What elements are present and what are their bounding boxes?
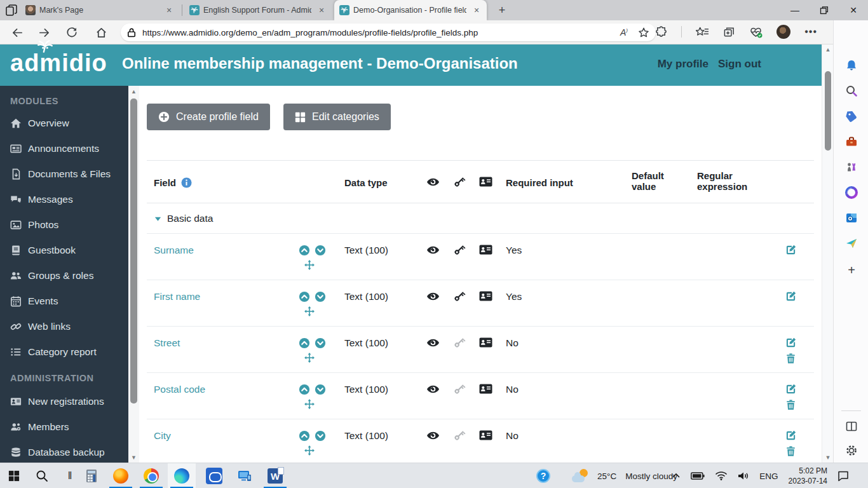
move-down-icon[interactable]	[315, 430, 326, 442]
tab-support-forum[interactable]: English Support Forum - Admidio ×	[184, 0, 332, 20]
tab-close-icon[interactable]: ×	[316, 5, 327, 15]
scrollbar-thumb[interactable]	[130, 98, 137, 403]
split-screen-icon[interactable]	[844, 419, 858, 433]
volume-icon[interactable]	[738, 471, 749, 480]
browser-essentials-icon[interactable]	[749, 26, 763, 38]
notifications-bell-icon[interactable]	[844, 58, 858, 72]
scroll-down-arrow[interactable]: ▼	[128, 452, 139, 463]
weather-widget[interactable]: 25°C Mostly cloudy	[572, 463, 677, 488]
outlook-icon[interactable]	[844, 211, 858, 225]
tab-close-icon[interactable]: ×	[164, 5, 174, 15]
move-icon[interactable]	[304, 260, 315, 270]
clock[interactable]: 5:02 PM 2023-07-14	[789, 466, 827, 486]
sidebar-scrollbar[interactable]: ▲ ▼	[128, 86, 139, 463]
move-down-icon[interactable]	[315, 291, 326, 302]
wifi-icon[interactable]	[715, 471, 728, 480]
sidebar-item-guestbook[interactable]: Guestbook	[10, 245, 125, 256]
delete-icon[interactable]	[785, 399, 796, 410]
more-menu-icon[interactable]: •••	[804, 26, 817, 37]
url-text[interactable]: https://www.admidio.org/demo_en/adm_prog…	[142, 28, 620, 37]
new-tab-button[interactable]: +	[494, 3, 510, 17]
drop-icon[interactable]	[844, 236, 858, 250]
extensions-icon[interactable]	[655, 26, 667, 38]
address-bar[interactable]: https://www.admidio.org/demo_en/adm_prog…	[121, 24, 656, 41]
chrome-icon[interactable]	[137, 463, 165, 488]
scroll-up-arrow[interactable]: ▲	[128, 86, 139, 97]
profile-avatar[interactable]	[776, 25, 790, 39]
shopping-icon[interactable]	[844, 109, 858, 123]
home-icon[interactable]	[93, 25, 109, 40]
battery-icon[interactable]	[691, 472, 705, 480]
start-button[interactable]	[0, 463, 28, 488]
edge-icon[interactable]	[168, 463, 196, 488]
delete-icon[interactable]	[785, 353, 796, 364]
delete-icon[interactable]	[785, 445, 796, 457]
edit-icon[interactable]	[785, 383, 797, 395]
action-center-icon[interactable]	[837, 470, 849, 482]
create-profile-field-button[interactable]: Create profile field	[147, 104, 270, 130]
calculator-icon[interactable]	[78, 463, 105, 488]
move-down-icon[interactable]	[315, 337, 326, 349]
scrollbar-thumb[interactable]	[825, 71, 831, 151]
scroll-up-arrow[interactable]: ▲	[822, 44, 834, 55]
sidebar-item-groups-roles[interactable]: Groups & roles	[10, 270, 125, 281]
tab-close-icon[interactable]: ×	[471, 5, 482, 15]
sidebar-item-documents[interactable]: Documents & Files	[10, 168, 125, 180]
move-down-icon[interactable]	[315, 245, 326, 256]
edit-icon[interactable]	[785, 244, 797, 256]
my-profile-link[interactable]: My profile	[658, 58, 709, 71]
sign-out-link[interactable]: Sign out	[718, 58, 761, 71]
firefox-icon[interactable]	[107, 463, 135, 488]
help-icon[interactable]: ?	[529, 463, 557, 488]
games-icon[interactable]	[844, 160, 858, 174]
microsoft-365-icon[interactable]	[844, 186, 858, 200]
sidebar-item-messages[interactable]: Messages	[10, 194, 125, 205]
add-sidebar-item-icon[interactable]: +	[844, 263, 858, 277]
move-icon[interactable]	[304, 445, 315, 456]
taskbar-search-button[interactable]	[28, 463, 56, 488]
move-up-icon[interactable]	[299, 245, 310, 256]
word-icon[interactable]: W	[261, 463, 289, 488]
sidebar-item-new-registrations[interactable]: New registrations	[10, 396, 125, 407]
lock-icon[interactable]	[127, 27, 136, 37]
sidebar-item-category-report[interactable]: Category report	[10, 346, 125, 358]
sidebar-search-icon[interactable]	[844, 84, 858, 98]
field-name-link[interactable]: Street	[154, 337, 180, 349]
field-name-link[interactable]: First name	[154, 291, 200, 302]
edit-icon[interactable]	[785, 290, 797, 302]
forward-icon[interactable]	[36, 25, 52, 40]
tab-demo-organisation[interactable]: Demo-Organisation - Profile fields ×	[334, 0, 487, 20]
sidebar-item-photos[interactable]: Photos	[10, 219, 125, 231]
favorites-bar-icon[interactable]	[696, 26, 709, 38]
edit-icon[interactable]	[785, 430, 797, 442]
favorite-star-icon[interactable]	[638, 27, 649, 38]
read-aloud-icon[interactable]: A)	[620, 27, 628, 37]
collections-icon[interactable]	[723, 26, 735, 38]
move-icon[interactable]	[304, 399, 315, 409]
admidio-logo[interactable]: admidio	[10, 50, 107, 77]
sidebar-item-members[interactable]: Members	[10, 421, 125, 433]
tray-chevron-icon[interactable]	[672, 471, 681, 480]
my-computer-icon[interactable]	[231, 463, 259, 488]
move-up-icon[interactable]	[299, 430, 310, 442]
tools-icon[interactable]	[844, 135, 858, 149]
move-up-icon[interactable]	[299, 337, 310, 349]
field-name-link[interactable]: Postal code	[154, 384, 205, 395]
tab-marks-page[interactable]: Mark's Page ×	[20, 0, 179, 20]
workspaces-icon[interactable]	[5, 4, 19, 17]
back-icon[interactable]	[9, 25, 25, 40]
restore-button[interactable]	[810, 0, 839, 20]
field-name-link[interactable]: City	[154, 430, 171, 442]
field-name-link[interactable]: Surname	[154, 245, 194, 256]
sidebar-item-events[interactable]: Events	[10, 295, 125, 307]
move-icon[interactable]	[304, 306, 315, 316]
move-up-icon[interactable]	[299, 384, 310, 395]
move-down-icon[interactable]	[315, 384, 326, 395]
caret-down-icon[interactable]	[154, 215, 162, 223]
refresh-icon[interactable]	[64, 25, 80, 40]
info-icon[interactable]	[181, 177, 192, 188]
sidebar-item-database-backup[interactable]: Database backup	[10, 447, 125, 458]
minimize-button[interactable]: —	[780, 0, 810, 20]
move-up-icon[interactable]	[299, 291, 310, 302]
edit-categories-button[interactable]: Edit categories	[283, 104, 391, 130]
